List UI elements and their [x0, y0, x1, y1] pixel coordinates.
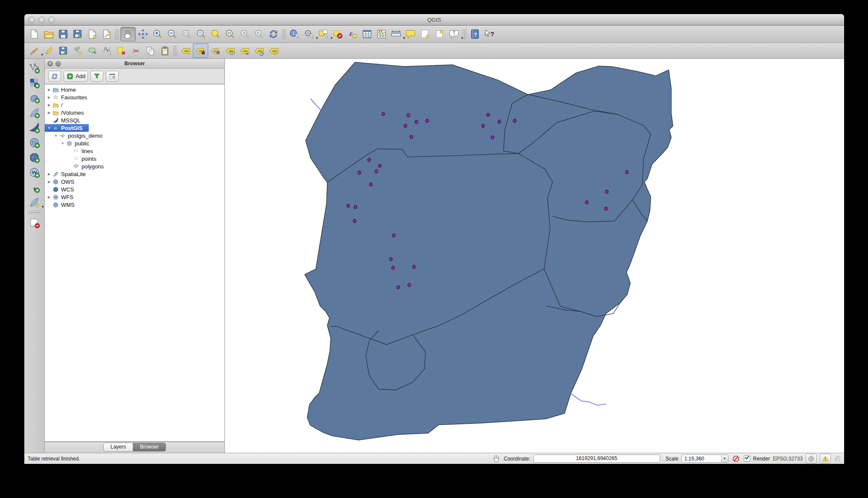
zoom-to-selection-icon[interactable]	[208, 27, 223, 41]
tree-item-mssql[interactable]: MSSQL	[45, 116, 224, 124]
tree-item-lines[interactable]: lines	[45, 147, 224, 155]
composer-manager-icon[interactable]	[99, 27, 114, 41]
toggle-editing-icon[interactable]	[41, 44, 56, 58]
expander-expanded-icon[interactable]: ▼	[60, 142, 65, 145]
tree-item-[interactable]: ▶/	[45, 101, 224, 109]
add-raster-layer-icon[interactable]	[27, 75, 42, 90]
label-move-icon[interactable]: abc	[237, 44, 252, 58]
add-postgis-layer-icon[interactable]	[27, 90, 42, 105]
expander-collapsed-icon[interactable]: ▶	[47, 195, 52, 199]
add-feature-icon[interactable]	[70, 44, 85, 58]
tree-item-postgisdemo[interactable]: ▼postgis_demo	[45, 132, 224, 139]
extents-toggle-icon[interactable]	[492, 455, 501, 463]
tree-item-spatialite[interactable]: ▶SpatiaLite	[45, 170, 224, 178]
tree-item-wfs[interactable]: ▶WFS	[45, 193, 224, 201]
log-messages-button[interactable]	[820, 454, 831, 463]
title-bar[interactable]: QGIS	[24, 14, 844, 26]
expander-collapsed-icon[interactable]: ▶	[47, 88, 52, 92]
zoom-out-icon[interactable]	[165, 27, 179, 41]
dropdown-arrow-icon[interactable]: ▾	[42, 205, 44, 209]
open-attribute-table-icon[interactable]	[360, 27, 374, 41]
current-edits-icon[interactable]: ▾	[27, 44, 41, 58]
chevron-down-icon[interactable]: ▼	[721, 455, 728, 462]
render-checkbox[interactable]	[744, 455, 750, 462]
zoom-last-icon[interactable]	[237, 27, 252, 41]
save-project-icon[interactable]	[56, 27, 70, 41]
identify-features-icon[interactable]: i	[287, 27, 302, 41]
add-delimited-text-layer-icon[interactable]: ,	[27, 180, 42, 195]
tree-item-home[interactable]: ▶Home	[45, 86, 224, 93]
copy-features-icon[interactable]	[143, 44, 157, 58]
tree-item-volumes[interactable]: ▶/Volumes	[45, 109, 224, 116]
zoom-full-extent-icon[interactable]	[194, 27, 208, 41]
expander-collapsed-icon[interactable]: ▶	[47, 180, 52, 184]
label-properties-icon[interactable]: abc	[266, 44, 281, 58]
crs-status-button[interactable]	[806, 454, 817, 463]
tab-browser[interactable]: Browser	[133, 443, 166, 452]
expander-expanded-icon[interactable]: ▼	[47, 126, 52, 130]
tree-item-wcs[interactable]: WCS	[45, 185, 224, 193]
map-canvas[interactable]	[225, 59, 844, 453]
properties-widget-button[interactable]	[106, 71, 119, 82]
node-tool-icon[interactable]	[99, 44, 114, 58]
expander-collapsed-icon[interactable]: ▶	[47, 103, 52, 107]
measure-line-icon[interactable]: ▾	[389, 27, 403, 41]
tree-item-public[interactable]: ▼public	[45, 139, 224, 147]
label-rotate-icon[interactable]: abc	[252, 44, 266, 58]
text-annotation-icon[interactable]: T▾	[447, 27, 461, 41]
select-by-expression-icon[interactable]: ε	[345, 27, 360, 41]
label-highlight-pinned-icon[interactable]: ab	[208, 44, 223, 58]
resize-grip[interactable]	[835, 456, 841, 462]
show-bookmarks-icon[interactable]	[432, 27, 447, 41]
add-button[interactable]: Add	[64, 71, 88, 82]
run-feature-action-icon[interactable]: ▾	[302, 27, 316, 41]
new-project-icon[interactable]	[27, 27, 41, 41]
deselect-features-icon[interactable]	[331, 27, 345, 41]
tree-item-postgis[interactable]: ▼PostGIS	[45, 124, 89, 132]
zoom-next-icon[interactable]	[252, 27, 266, 41]
tree-item-points[interactable]: points	[45, 155, 224, 162]
expander-collapsed-icon[interactable]: ▶	[47, 96, 52, 99]
help-contents-icon[interactable]: ?	[468, 27, 482, 41]
expander-collapsed-icon[interactable]: ▶	[47, 172, 52, 176]
field-calculator-icon[interactable]	[374, 27, 389, 41]
add-wfs-layer-icon[interactable]	[27, 165, 42, 180]
zoom-in-icon[interactable]	[150, 27, 165, 41]
new-shapefile-layer-icon[interactable]: ▾	[27, 195, 42, 210]
zoom-to-layer-icon[interactable]	[223, 27, 237, 41]
new-print-composer-icon[interactable]	[85, 27, 99, 41]
save-project-as-icon[interactable]	[70, 27, 85, 41]
scale-combo[interactable]: 1:15,360 ▼	[682, 455, 728, 463]
add-vector-layer-icon[interactable]	[27, 61, 42, 75]
refresh-button[interactable]	[48, 71, 61, 82]
paste-features-icon[interactable]	[157, 44, 172, 58]
refresh-map-icon[interactable]	[266, 27, 281, 41]
add-spatialite-layer-icon[interactable]	[27, 105, 42, 120]
tree-item-wms[interactable]: WMS	[45, 201, 224, 208]
select-features-icon[interactable]: ▾	[316, 27, 331, 41]
cut-features-icon[interactable]: ✂	[128, 44, 143, 58]
map-tips-icon[interactable]	[403, 27, 418, 41]
open-project-icon[interactable]	[41, 27, 56, 41]
save-layer-edits-icon[interactable]	[56, 44, 70, 58]
zoom-actual-size-icon[interactable]: 1:1	[179, 27, 194, 41]
tab-layers[interactable]: Layers	[103, 443, 133, 452]
add-mssql-layer-icon[interactable]	[27, 120, 42, 135]
whats-this-icon[interactable]: ?	[482, 27, 497, 41]
remove-layer-icon[interactable]	[27, 215, 42, 230]
expander-expanded-icon[interactable]: ▼	[53, 134, 58, 138]
tree-item-polygons[interactable]: polygons	[45, 162, 224, 170]
move-feature-icon[interactable]	[85, 44, 99, 58]
filter-button[interactable]	[90, 71, 103, 82]
coordinate-input[interactable]: 1619291,6940265	[533, 455, 660, 463]
layer-labeling-options-icon[interactable]: abc	[178, 44, 193, 58]
stop-render-icon[interactable]	[731, 455, 741, 463]
pan-map-icon[interactable]	[120, 27, 136, 41]
dropdown-arrow-icon[interactable]: ▾	[461, 36, 463, 40]
tree-item-favourites[interactable]: ▶Favourites	[45, 93, 224, 101]
new-bookmark-icon[interactable]	[418, 27, 432, 41]
label-show-hide-icon[interactable]: abc	[223, 44, 237, 58]
add-wms-layer-icon[interactable]	[27, 135, 42, 150]
pan-to-selection-icon[interactable]	[136, 27, 150, 41]
label-pin-unpin-icon[interactable]: ab	[193, 43, 208, 58]
